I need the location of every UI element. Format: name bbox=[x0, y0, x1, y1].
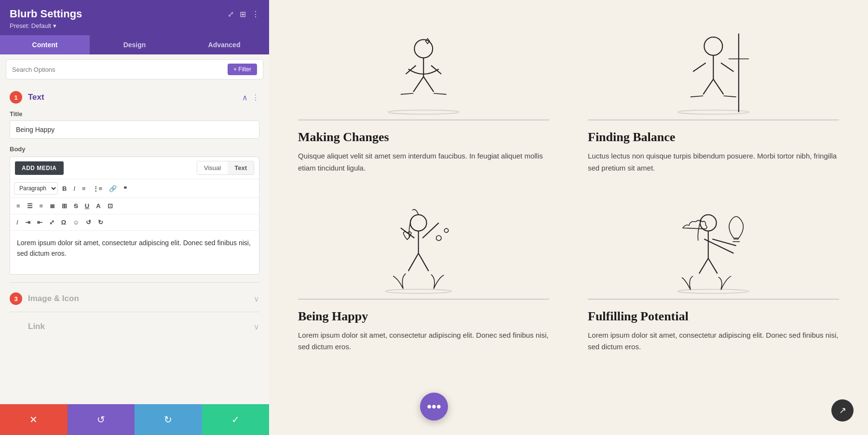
save-button[interactable]: ✓ bbox=[202, 404, 270, 435]
cancel-button[interactable]: ✕ bbox=[0, 404, 68, 435]
link-section: Link ∨ bbox=[0, 315, 269, 338]
tab-design[interactable]: Design bbox=[90, 35, 179, 54]
search-input[interactable] bbox=[12, 66, 228, 73]
svg-point-10 bbox=[678, 289, 749, 293]
more-formatting-button[interactable]: ⊡ bbox=[105, 201, 115, 211]
panel-header: Blurb Settings Preset: Default ▾ ⤢ ⊞ ⋮ bbox=[0, 0, 269, 35]
meditation-svg bbox=[373, 18, 475, 115]
italic-button[interactable]: I bbox=[71, 184, 78, 194]
card-finding-balance: Finding Balance Luctus lectus non quisqu… bbox=[588, 14, 839, 174]
svg-point-3 bbox=[705, 37, 723, 55]
align-right-button[interactable]: ≡ bbox=[37, 201, 46, 211]
image-icon-section: 3 Image & Icon ∨ bbox=[0, 286, 269, 312]
making-changes-body: Quisque aliquet velit sit amet sem inter… bbox=[298, 150, 549, 174]
image-section-icons: ∨ bbox=[254, 294, 259, 303]
happy-svg bbox=[373, 198, 475, 294]
panel-title: Blurb Settings bbox=[10, 8, 82, 20]
search-bar: + Filter bbox=[6, 59, 263, 79]
svg-point-1 bbox=[415, 40, 433, 58]
card-making-changes: Making Changes Quisque aliquet velit sit… bbox=[298, 14, 549, 174]
panel-tabs: Content Design Advanced bbox=[0, 35, 269, 54]
image-section-header-left: 3 Image & Icon bbox=[10, 292, 79, 305]
svg-point-0 bbox=[388, 110, 459, 114]
step-badge-1: 1 bbox=[10, 91, 22, 104]
redo-editor-button[interactable]: ↻ bbox=[95, 217, 106, 227]
indent-button[interactable]: ⇥ bbox=[23, 217, 33, 227]
svg-point-6 bbox=[386, 289, 452, 293]
align-center-button[interactable]: ☰ bbox=[25, 201, 35, 211]
section-divider-2 bbox=[10, 312, 259, 312]
undo-button[interactable]: ↺ bbox=[68, 404, 135, 435]
tab-content[interactable]: Content bbox=[0, 35, 90, 54]
finding-balance-illustration bbox=[588, 14, 839, 120]
svg-point-8 bbox=[436, 235, 442, 240]
panel-header-icons: ⤢ ⊞ ⋮ bbox=[228, 10, 259, 19]
quote-button[interactable]: ❝ bbox=[121, 184, 129, 194]
italic2-button[interactable]: I bbox=[14, 217, 21, 227]
text-section: 1 Text ∧ ⋮ Title Body ADD MEDIA Visual bbox=[0, 84, 269, 282]
balance-svg bbox=[663, 18, 764, 115]
outdent-button[interactable]: ⇤ bbox=[35, 217, 45, 227]
ol-button[interactable]: ⋮≡ bbox=[90, 184, 105, 194]
text-mode-button[interactable]: Text bbox=[228, 161, 254, 174]
underline-button[interactable]: U bbox=[82, 201, 92, 211]
title-input[interactable] bbox=[10, 120, 259, 139]
bold-button[interactable]: B bbox=[60, 184, 69, 194]
finding-balance-body: Luctus lectus non quisque turpis bibendu… bbox=[588, 150, 839, 174]
section-more-icon[interactable]: ⋮ bbox=[252, 93, 259, 102]
add-media-button[interactable]: ADD MEDIA bbox=[15, 161, 64, 175]
making-changes-title: Making Changes bbox=[298, 130, 549, 145]
image-section-title: Image & Icon bbox=[28, 294, 79, 303]
grid-icon[interactable]: ⊞ bbox=[240, 10, 246, 19]
ul-button[interactable]: ≡ bbox=[80, 184, 88, 194]
link-collapse-chevron[interactable]: ∨ bbox=[254, 322, 259, 331]
panel-preset[interactable]: Preset: Default ▾ bbox=[10, 22, 82, 29]
link-button[interactable]: 🔗 bbox=[107, 184, 119, 194]
tab-advanced[interactable]: Advanced bbox=[179, 35, 269, 54]
nav-arrow-button[interactable]: ↗ bbox=[831, 399, 854, 422]
more-vert-icon[interactable]: ⋮ bbox=[252, 10, 259, 19]
text-section-header[interactable]: 1 Text ∧ ⋮ bbox=[0, 84, 269, 110]
link-section-icons: ∨ bbox=[254, 322, 259, 331]
body-editor: ADD MEDIA Visual Text Paragraph Heading … bbox=[10, 157, 259, 275]
potential-svg bbox=[663, 198, 764, 294]
align-left-button[interactable]: ≡ bbox=[14, 201, 23, 211]
body-field-label: Body bbox=[10, 145, 259, 153]
emoji-button[interactable]: ☺ bbox=[70, 217, 81, 227]
toolbar-row-3: I ⇥ ⇤ ⤢ Ω ☺ ↺ ↻ bbox=[10, 214, 259, 231]
filter-button[interactable]: + Filter bbox=[228, 64, 257, 75]
text-color-button[interactable]: A bbox=[94, 201, 103, 211]
collapse-chevron[interactable]: ∧ bbox=[242, 93, 248, 102]
text-section-title: Text bbox=[28, 92, 44, 102]
being-happy-body: Lorem ipsum dolor sit amet, consectetur … bbox=[298, 330, 549, 354]
image-section-header[interactable]: 3 Image & Icon ∨ bbox=[0, 286, 269, 312]
section-icons: ∧ ⋮ bbox=[242, 93, 259, 102]
card-being-happy: Being Happy Lorem ipsum dolor sit amet, … bbox=[298, 194, 549, 354]
fulfilling-potential-illustration bbox=[588, 194, 839, 300]
toolbar-row-1: Paragraph Heading 1 Heading 2 B I ≡ ⋮≡ 🔗… bbox=[10, 179, 259, 198]
justify-button[interactable]: ≣ bbox=[47, 201, 57, 211]
editor-content-area[interactable]: Lorem ipsum dolor sit amet, consectetur … bbox=[10, 231, 259, 274]
expand-icon[interactable]: ⤢ bbox=[228, 10, 234, 19]
undo-editor-button[interactable]: ↺ bbox=[83, 217, 94, 227]
fulfilling-potential-body: Lorem ipsum dolor sit amet, consectetur … bbox=[588, 330, 839, 354]
floating-action-button[interactable]: ••• bbox=[420, 393, 448, 421]
visual-mode-button[interactable]: Visual bbox=[197, 161, 228, 174]
redo-button[interactable]: ↻ bbox=[135, 404, 202, 435]
bottom-bar: ✕ ↺ ↻ ✓ bbox=[0, 404, 269, 435]
svg-point-7 bbox=[410, 214, 427, 231]
panel-content: 1 Text ∧ ⋮ Title Body ADD MEDIA Visual bbox=[0, 84, 269, 435]
being-happy-illustration bbox=[298, 194, 549, 300]
paragraph-select[interactable]: Paragraph Heading 1 Heading 2 bbox=[14, 182, 58, 195]
link-section-header[interactable]: Link ∨ bbox=[0, 315, 269, 338]
main-content: Making Changes Quisque aliquet velit sit… bbox=[269, 0, 868, 435]
title-field-label: Title bbox=[10, 110, 259, 118]
image-collapse-chevron[interactable]: ∨ bbox=[254, 294, 259, 303]
making-changes-illustration bbox=[298, 14, 549, 120]
table-button[interactable]: ⊞ bbox=[59, 201, 69, 211]
special-char-button[interactable]: Ω bbox=[59, 217, 68, 227]
being-happy-title: Being Happy bbox=[298, 309, 549, 324]
text-section-body: Title Body ADD MEDIA Visual Text Paragra… bbox=[0, 110, 269, 282]
strikethrough-button[interactable]: S bbox=[71, 201, 81, 211]
fullscreen-button[interactable]: ⤢ bbox=[47, 217, 57, 227]
